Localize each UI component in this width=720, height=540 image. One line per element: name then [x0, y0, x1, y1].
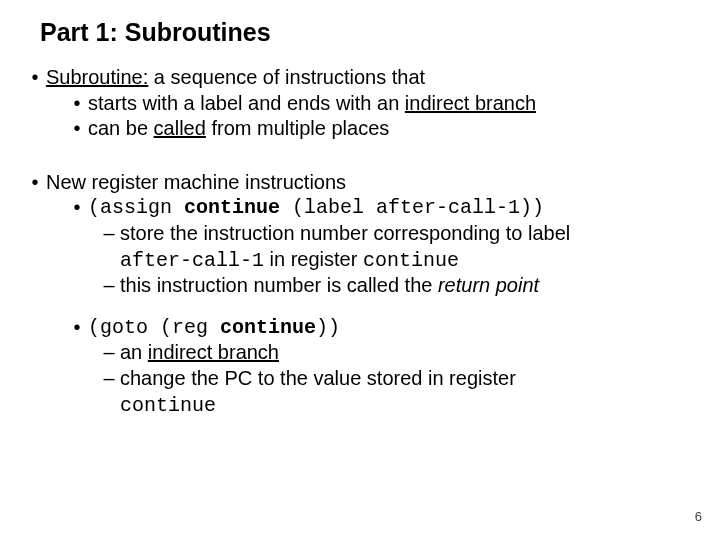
code-assign: (assign continue (label after-call-1)): [88, 195, 700, 221]
page-number: 6: [695, 509, 702, 524]
slide-body: • Subroutine: a sequence of instructions…: [34, 65, 700, 418]
bullet-starts-label: • starts with a label and ends with an i…: [66, 91, 700, 117]
bullet-text: this instruction number is called the re…: [120, 273, 700, 299]
bullet-marker: •: [66, 91, 88, 117]
bullet-marker: •: [66, 195, 88, 221]
dash-marker: –: [98, 221, 120, 273]
bullet-text: an indirect branch: [120, 340, 700, 366]
bullet-text: Subroutine: a sequence of instructions t…: [46, 65, 700, 91]
bullet-marker: •: [66, 315, 88, 341]
slide-title: Part 1: Subroutines: [40, 18, 700, 47]
bullet-text: store the instruction number correspondi…: [120, 221, 700, 273]
dash-marker: –: [98, 340, 120, 366]
bullet-marker: •: [24, 170, 46, 196]
bullet-goto: • (goto (reg continue)): [66, 315, 700, 341]
dash-marker: –: [98, 273, 120, 299]
bullet-text: change the PC to the value stored in reg…: [120, 366, 700, 418]
bullet-text: starts with a label and ends with an ind…: [88, 91, 700, 117]
bullet-marker: •: [24, 65, 46, 91]
bullet-indirect-branch: – an indirect branch: [98, 340, 700, 366]
bullet-store-instr: – store the instruction number correspon…: [98, 221, 700, 273]
bullet-return-point: – this instruction number is called the …: [98, 273, 700, 299]
bullet-new-instr: • New register machine instructions: [34, 170, 700, 196]
bullet-assign: • (assign continue (label after-call-1)): [66, 195, 700, 221]
bullet-text: can be called from multiple places: [88, 116, 700, 142]
bullet-called: • can be called from multiple places: [66, 116, 700, 142]
bullet-change-pc: – change the PC to the value stored in r…: [98, 366, 700, 418]
bullet-marker: •: [66, 116, 88, 142]
bullet-subroutine: • Subroutine: a sequence of instructions…: [34, 65, 700, 91]
code-goto: (goto (reg continue)): [88, 315, 700, 341]
slide: Part 1: Subroutines • Subroutine: a sequ…: [0, 0, 720, 540]
bullet-text: New register machine instructions: [46, 170, 700, 196]
dash-marker: –: [98, 366, 120, 418]
